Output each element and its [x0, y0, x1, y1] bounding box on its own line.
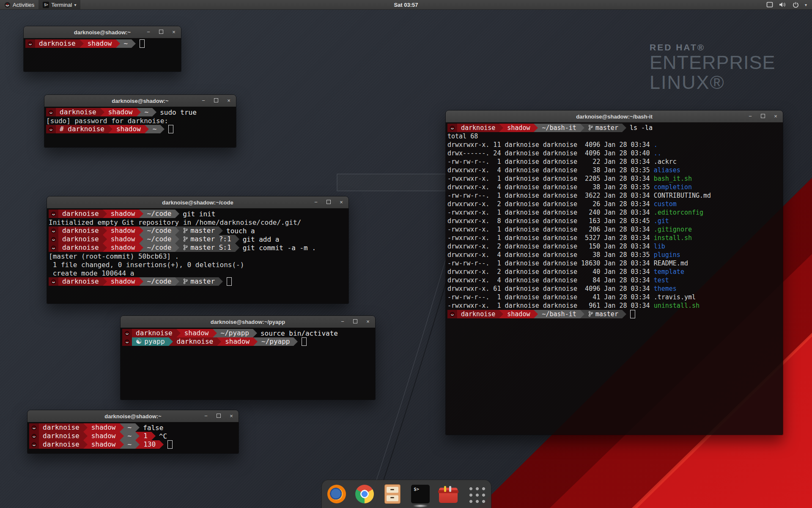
prompt-segment-path: ~	[149, 125, 161, 133]
dock-toolbox-icon[interactable]	[438, 483, 458, 505]
powerline-separator	[622, 124, 626, 132]
git-branch-icon	[183, 236, 188, 242]
maximize-button[interactable]	[352, 319, 358, 325]
prompt-segment-status: 1	[140, 432, 151, 440]
firefox-app-icon	[327, 485, 346, 503]
close-button[interactable]: ×	[338, 199, 344, 205]
powerline-separator	[219, 277, 223, 286]
activities-button[interactable]: Activities	[0, 0, 38, 9]
prompt-segment-user: darknoise	[457, 310, 499, 318]
powerline-separator	[139, 226, 143, 235]
ls-row-filename: completion	[654, 183, 692, 191]
powerline-separator	[175, 226, 179, 235]
prompt-segment-venv: ☯pyapp	[132, 337, 169, 346]
output-line: Initialized empty Git repository in /hom…	[49, 218, 348, 226]
terminal-content[interactable]: darknoiseshadow~/bash-itmasterls -latota…	[446, 122, 783, 435]
prompt-segment-host: shadow	[107, 210, 139, 218]
window-titlebar[interactable]: darknoise@shadow:~/pyapp−×	[121, 316, 375, 328]
output-line: [master (root-commit) 50bcb63] .	[49, 252, 348, 260]
ls-row-columns: drwxrwxr-x. 4 darknoise darknoise 38 Jan…	[447, 251, 654, 259]
prompt-line: darknoiseshadow~130	[29, 440, 239, 449]
prompt-segment-icon	[49, 226, 58, 235]
ls-row-filename: README.md	[654, 260, 688, 267]
powerline-separator	[100, 108, 104, 116]
minimize-button[interactable]: −	[200, 98, 206, 104]
close-button[interactable]: ×	[773, 113, 779, 119]
dock-chrome-icon[interactable]	[354, 483, 375, 505]
ls-row-columns: -rw-rw-r--. 1 darknoise darknoise 22 Jan…	[447, 158, 654, 166]
powerline-separator	[534, 124, 538, 132]
prompt-segment-host: shadow	[503, 124, 534, 132]
maximize-button[interactable]	[158, 29, 164, 35]
powerline-separator	[169, 337, 173, 346]
output-line: -rw-rw-r--. 1 darknoise darknoise 3622 J…	[447, 191, 783, 200]
top-bar: Activities $> Terminal ▾ Sat 03:57 ▾	[0, 0, 812, 10]
powerline-separator	[132, 39, 136, 48]
minimize-button[interactable]: −	[313, 199, 319, 205]
window-titlebar[interactable]: darknoise@shadow:~/code−×	[47, 196, 348, 209]
ls-row-filename: .ackrc	[654, 158, 677, 166]
prompt-segment-host: shadow	[84, 39, 116, 48]
terminal-content[interactable]: darknoiseshadow~	[24, 38, 181, 72]
dock-files-icon[interactable]	[382, 483, 403, 505]
command-text: ^C	[159, 432, 167, 440]
window-buttons: −×	[200, 95, 232, 107]
output-line: drwxrwxr-x. 61 darknoise darknoise 4096 …	[447, 284, 783, 293]
close-button[interactable]: ×	[226, 98, 232, 104]
prompt-line: darknoiseshadow~	[25, 39, 181, 48]
power-icon[interactable]	[793, 2, 799, 8]
window-titlebar[interactable]: darknoise@shadow:~−×	[27, 410, 239, 422]
ls-row-columns: drwxrwxr-x. 2 darknoise darknoise 40 Jan…	[447, 268, 654, 276]
prompt-segment-status: 130	[140, 440, 159, 449]
prompt-segment-path: ~	[141, 108, 153, 116]
redhat-prompt-icon	[48, 110, 54, 115]
prompt-segment-icon	[447, 310, 457, 318]
system-status-area[interactable]: ▾	[761, 0, 812, 9]
close-button[interactable]: ×	[228, 413, 234, 419]
output-text: [master (root-commit) 50bcb63] .	[49, 252, 179, 260]
powerline-separator	[622, 310, 626, 318]
terminal-content[interactable]: darknoiseshadow~/pyappsource bin/activat…	[121, 328, 375, 400]
dock	[321, 480, 491, 508]
prompt-segment-host: shadow	[112, 125, 145, 133]
dock-appgrid-icon[interactable]	[466, 483, 486, 505]
minimize-button[interactable]: −	[145, 29, 151, 35]
dock-terminal-icon[interactable]	[410, 483, 431, 505]
window-buttons: −×	[313, 196, 344, 208]
maximize-button[interactable]	[760, 113, 766, 119]
window-titlebar[interactable]: darknoise@shadow:~−×	[24, 26, 181, 39]
minimize-button[interactable]: −	[203, 413, 209, 419]
prompt-segment-path: ~/code	[143, 210, 176, 218]
app-menu-terminal[interactable]: $> Terminal ▾	[38, 0, 80, 9]
chevron-down-icon[interactable]: ▾	[805, 3, 807, 7]
python-venv-icon: ☯	[136, 337, 142, 345]
powerline-separator	[294, 337, 298, 346]
maximize-button[interactable]	[326, 199, 332, 205]
prompt-segment-icon	[447, 124, 457, 132]
display-icon[interactable]	[766, 2, 773, 8]
terminal-cursor	[630, 310, 635, 318]
prompt-segment-git: master ?:1	[179, 235, 235, 243]
ls-row-columns: drwx------. 24 darknoise darknoise 4096 …	[447, 149, 654, 157]
close-button[interactable]: ×	[365, 319, 371, 325]
volume-icon[interactable]	[779, 2, 787, 8]
terminal-content[interactable]: darknoiseshadow~falsedarknoiseshadow~1^C…	[27, 422, 239, 453]
terminal-content[interactable]: darknoiseshadow~/codegit initInitialized…	[47, 208, 348, 304]
files-app-icon	[384, 484, 401, 504]
minimize-button[interactable]: −	[340, 319, 346, 325]
maximize-button[interactable]	[213, 98, 219, 104]
terminal-content[interactable]: darknoiseshadow~sudo true[sudo] password…	[44, 107, 236, 147]
prompt-segment-path: ~/code	[143, 235, 176, 243]
close-button[interactable]: ×	[171, 29, 177, 35]
prompt-segment-host: shadow	[107, 235, 139, 243]
maximize-button[interactable]	[216, 413, 222, 419]
dock-firefox-icon[interactable]	[326, 483, 347, 505]
window-titlebar[interactable]: darknoise@shadow:~−×	[44, 95, 236, 107]
powerline-separator	[83, 432, 88, 440]
redhat-prompt-icon	[51, 245, 56, 251]
ls-row-columns: -rwxrwxr-x. 1 darknoise darknoise 5327 J…	[447, 234, 654, 242]
minimize-button[interactable]: −	[747, 113, 753, 119]
window-titlebar[interactable]: darknoise@shadow:~/bash-it−×	[446, 110, 783, 123]
clock-label[interactable]: Sat 03:57	[394, 2, 418, 8]
output-line: drwxrwxr-x. 8 darknoise darknoise 163 Ja…	[447, 217, 783, 225]
